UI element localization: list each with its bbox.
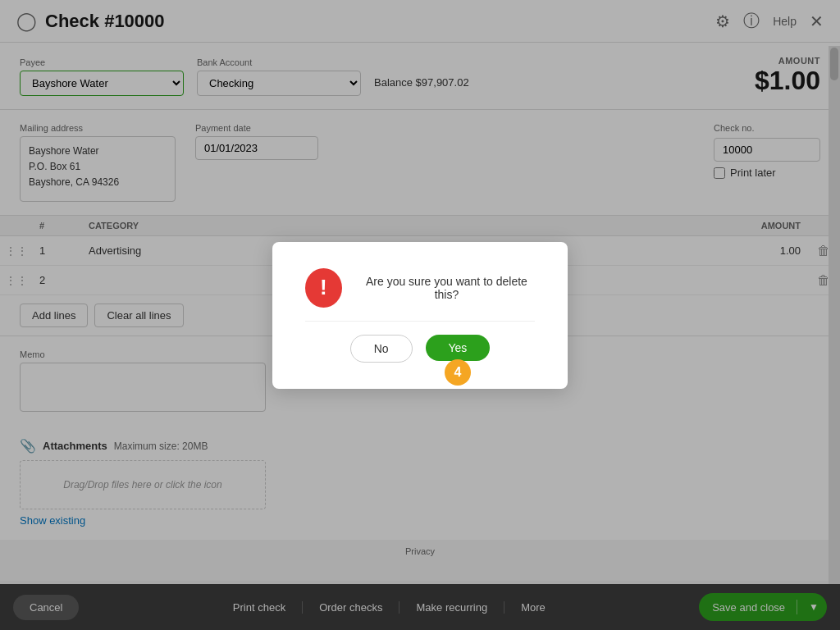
modal-divider: [305, 321, 535, 322]
modal-overlay: ! Are you sure you want to delete this? …: [0, 0, 840, 630]
modal-body: ! Are you sure you want to delete this?: [305, 268, 535, 308]
warning-icon: !: [305, 268, 342, 308]
no-button[interactable]: No: [350, 335, 413, 363]
modal-buttons: No Yes 4: [305, 335, 535, 363]
confirm-dialog: ! Are you sure you want to delete this? …: [272, 242, 568, 389]
step-badge: 4: [445, 359, 471, 386]
modal-question: Are you sure you want to delete this?: [358, 275, 535, 301]
yes-button[interactable]: Yes: [426, 335, 491, 361]
yes-wrapper: Yes 4: [426, 335, 491, 363]
